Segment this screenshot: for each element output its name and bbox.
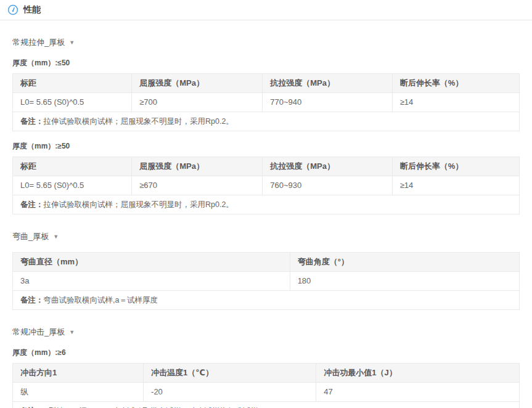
- spec-table-tensile-0: 标距屈服强度（MPa）抗拉强度（MPa）断后伸长率（%）L0= 5.65 (S0…: [12, 73, 520, 131]
- remark-row: 备注：V型缺口，深2mm，冲击试验取纵向试样，冲击试样为标准试样: [13, 402, 520, 408]
- section-impact: 常规冲击_厚板▼厚度（mm）:≥6冲击方向1冲击温度1（℃）冲击功最小值1（J）…: [12, 326, 520, 408]
- column-header: 屈服强度（MPa）: [132, 74, 263, 93]
- page: 性能 常规拉伸_厚板▼厚度（mm）:≤50标距屈服强度（MPa）抗拉强度（MPa…: [0, 0, 532, 408]
- remark-label: 备注：: [20, 200, 44, 209]
- table-cell: 760~930: [263, 176, 392, 195]
- table-cell: 纵: [13, 383, 144, 402]
- column-header: 弯曲角度（°）: [290, 253, 519, 272]
- table-cell: 180: [290, 272, 519, 291]
- remark-row: 备注：拉伸试验取横向试样；屈服现象不明显时，采用Rp0.2。: [13, 112, 520, 131]
- section-tensile: 常规拉伸_厚板▼厚度（mm）:≤50标距屈服强度（MPa）抗拉强度（MPa）断后…: [12, 36, 520, 214]
- table-cell: 770~940: [263, 93, 392, 112]
- remark-text: 拉伸试验取横向试样；屈服现象不明显时，采用Rp0.2。: [44, 117, 234, 126]
- table-row: 3a180: [13, 272, 520, 291]
- remark-label: 备注：: [20, 296, 44, 304]
- thickness-condition-label: 厚度（mm）:≥6: [12, 348, 520, 358]
- chevron-down-icon: ▼: [69, 329, 75, 335]
- column-header: 冲击功最小值1（J）: [316, 364, 520, 383]
- column-header: 抗拉强度（MPa）: [263, 157, 392, 176]
- thickness-condition-label: 厚度（mm）:≥50: [12, 141, 520, 152]
- table-cell: 47: [316, 383, 520, 402]
- remark-row: 备注：拉伸试验取横向试样；屈服现象不明显时，采用Rp0.2。: [13, 195, 520, 214]
- column-header: 冲击温度1（℃）: [144, 364, 316, 383]
- section-title-label: 常规冲击_厚板: [12, 327, 65, 338]
- table-cell: L0= 5.65 (S0)^0.5: [13, 176, 132, 195]
- header-row: 标距屈服强度（MPa）抗拉强度（MPa）断后伸长率（%）: [13, 74, 520, 93]
- header-row: 冲击方向1冲击温度1（℃）冲击功最小值1（J）: [13, 364, 520, 383]
- section-toggle-bend[interactable]: 弯曲_厚板▼: [12, 231, 59, 242]
- chevron-down-icon: ▼: [69, 39, 75, 46]
- spec-table-tensile-1: 标距屈服强度（MPa）抗拉强度（MPa）断后伸长率（%）L0= 5.65 (S0…: [12, 157, 520, 214]
- remark-label: 备注：: [20, 117, 44, 126]
- thickness-condition-label: 厚度（mm）:≤50: [12, 58, 520, 68]
- spec-table-impact-0: 冲击方向1冲击温度1（℃）冲击功最小值1（J）纵-2047备注：V型缺口，深2m…: [12, 363, 520, 408]
- column-header: 抗拉强度（MPa）: [263, 74, 392, 93]
- remark-row: 备注：弯曲试验取横向试样,a＝试样厚度: [13, 291, 520, 310]
- remark-text: 拉伸试验取横向试样；屈服现象不明显时，采用Rp0.2。: [44, 200, 234, 209]
- column-header: 断后伸长率（%）: [392, 157, 519, 176]
- section-toggle-tensile[interactable]: 常规拉伸_厚板▼: [12, 37, 75, 48]
- page-header: 性能: [0, 0, 532, 20]
- spec-table-bend-0: 弯曲直径（mm）弯曲角度（°）3a180备注：弯曲试验取横向试样,a＝试样厚度: [12, 252, 520, 310]
- table-row: L0= 5.65 (S0)^0.5≥700770~940≥14: [13, 93, 520, 112]
- table-cell: L0= 5.65 (S0)^0.5: [13, 93, 132, 112]
- section-toggle-impact[interactable]: 常规冲击_厚板▼: [12, 327, 75, 338]
- page-title: 性能: [23, 4, 41, 15]
- table-row: 纵-2047: [13, 383, 520, 402]
- column-header: 屈服强度（MPa）: [132, 157, 263, 176]
- section-title-label: 常规拉伸_厚板: [12, 37, 65, 48]
- table-cell: -20: [144, 383, 316, 402]
- remark-cell: 备注：拉伸试验取横向试样；屈服现象不明显时，采用Rp0.2。: [13, 195, 520, 214]
- chevron-down-icon: ▼: [53, 234, 59, 240]
- column-header: 标距: [13, 74, 132, 93]
- table-row: L0= 5.65 (S0)^0.5≥670760~930≥14: [13, 176, 520, 195]
- column-header: 弯曲直径（mm）: [13, 253, 290, 272]
- column-header: 断后伸长率（%）: [392, 74, 519, 93]
- table-cell: ≥14: [392, 176, 519, 195]
- remark-cell: 备注：弯曲试验取横向试样,a＝试样厚度: [13, 291, 520, 310]
- remark-cell: 备注：拉伸试验取横向试样；屈服现象不明显时，采用Rp0.2。: [13, 112, 520, 131]
- column-header: 冲击方向1: [13, 364, 144, 383]
- table-cell: ≥14: [392, 93, 519, 112]
- remark-text: 弯曲试验取横向试样,a＝试样厚度: [44, 296, 158, 304]
- performance-sections: 常规拉伸_厚板▼厚度（mm）:≤50标距屈服强度（MPa）抗拉强度（MPa）断后…: [0, 36, 532, 408]
- table-cell: ≥670: [132, 176, 263, 195]
- performance-gauge-icon: [7, 4, 18, 15]
- table-cell: ≥700: [132, 93, 263, 112]
- column-header: 标距: [13, 157, 132, 176]
- remark-cell: 备注：V型缺口，深2mm，冲击试验取纵向试样，冲击试样为标准试样: [13, 402, 520, 408]
- header-row: 弯曲直径（mm）弯曲角度（°）: [13, 253, 520, 272]
- section-title-label: 弯曲_厚板: [12, 231, 49, 242]
- table-cell: 3a: [13, 272, 290, 291]
- header-row: 标距屈服强度（MPa）抗拉强度（MPa）断后伸长率（%）: [13, 157, 520, 176]
- section-bend: 弯曲_厚板▼弯曲直径（mm）弯曲角度（°）3a180备注：弯曲试验取横向试样,a…: [12, 231, 520, 310]
